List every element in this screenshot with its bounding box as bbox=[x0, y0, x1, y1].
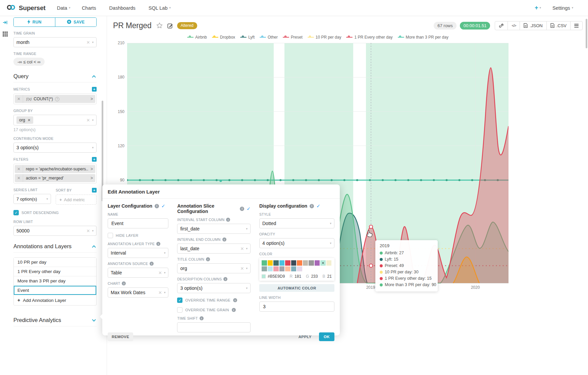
remove-filter-icon[interactable]: ✕ bbox=[15, 174, 23, 182]
expand-filter-icon[interactable]: > bbox=[88, 176, 95, 180]
sort-descending-checkbox[interactable]: ✓ bbox=[13, 210, 19, 215]
annotation-layer-item[interactable]: More than 3 PR per day bbox=[14, 276, 96, 286]
line-width-input[interactable]: 3 bbox=[259, 302, 334, 312]
time-grain-select[interactable]: month ✕ ▾ bbox=[13, 37, 97, 47]
filter-chip[interactable]: ✕ repo = 'apache/incubator-supers... > bbox=[15, 165, 95, 173]
predictive-section-header[interactable]: Predictive Analytics bbox=[13, 317, 97, 326]
query-section-header[interactable]: Query bbox=[13, 73, 97, 83]
remove-chip-icon[interactable]: ✕ bbox=[28, 118, 31, 122]
override-time-grain-checkbox[interactable] bbox=[177, 307, 182, 313]
interval-start-select[interactable]: first_date ▾ bbox=[177, 224, 251, 234]
hex-value[interactable]: #B5E9D9 bbox=[268, 274, 285, 279]
chart-menu-button[interactable] bbox=[570, 21, 582, 30]
opacity-select[interactable]: 4 option(s) ▾ bbox=[259, 238, 334, 248]
remove-metric-icon[interactable]: ✕ bbox=[15, 95, 23, 103]
color-swatch[interactable] bbox=[285, 266, 290, 272]
annotation-layer-item[interactable]: 1 PR Every other day bbox=[14, 267, 96, 276]
row-limit-select[interactable]: 50000 ✕ ▾ bbox=[13, 226, 97, 236]
legend-item[interactable]: Dropbox bbox=[212, 35, 235, 40]
style-select[interactable]: Dotted ▾ bbox=[259, 218, 334, 228]
info-icon[interactable]: i bbox=[122, 281, 126, 285]
color-swatch[interactable] bbox=[285, 260, 290, 266]
clear-icon[interactable]: ✕ bbox=[87, 228, 90, 233]
remove-filter-icon[interactable]: ✕ bbox=[15, 165, 23, 173]
color-swatch[interactable] bbox=[297, 260, 302, 266]
clear-icon[interactable]: ✕ bbox=[240, 246, 244, 251]
apply-button[interactable]: APPLY bbox=[295, 332, 316, 341]
nav-menu-item[interactable]: SQL Lab▾ bbox=[149, 5, 171, 11]
info-icon[interactable]: i bbox=[222, 237, 226, 242]
altered-badge[interactable]: Altered bbox=[177, 22, 197, 29]
share-link-button[interactable] bbox=[495, 21, 507, 30]
color-swatch[interactable] bbox=[279, 266, 285, 272]
series-limit-select[interactable]: 7 option(s) ▾ bbox=[13, 194, 51, 204]
color-swatch[interactable] bbox=[309, 260, 314, 266]
color-swatch[interactable] bbox=[268, 266, 273, 272]
filter-chip[interactable]: ✕ action = 'pr_merged' > bbox=[15, 174, 95, 182]
g-value[interactable]: 233 bbox=[311, 274, 318, 279]
nav-menu-item[interactable]: Dashboards bbox=[109, 5, 137, 11]
annotation-layer-type-select[interactable]: Interval ▾ bbox=[108, 248, 168, 258]
settings-menu[interactable]: Settings▾ bbox=[552, 5, 573, 11]
info-icon[interactable]: i bbox=[310, 204, 314, 208]
b-value[interactable]: 217 bbox=[327, 274, 332, 279]
favorite-star-icon[interactable] bbox=[156, 22, 163, 29]
clear-icon[interactable]: ✕ bbox=[240, 266, 244, 271]
legend-item[interactable]: More than 3 PR per day bbox=[398, 35, 448, 40]
nav-menu-item[interactable]: Charts bbox=[82, 5, 98, 11]
expand-metric-icon[interactable]: > bbox=[88, 97, 95, 101]
info-icon[interactable]: i bbox=[206, 257, 210, 261]
run-button[interactable]: RUN bbox=[14, 18, 55, 26]
sort-by-add-metric[interactable]: + Add metric bbox=[56, 195, 97, 205]
expand-filter-icon[interactable]: > bbox=[88, 167, 95, 171]
clear-icon[interactable]: ✕ bbox=[87, 40, 90, 45]
group-by-select[interactable]: org✕ ✕ ▾ bbox=[13, 115, 97, 125]
override-time-range-checkbox[interactable]: ✓ bbox=[177, 298, 182, 303]
superset-logo[interactable]: Superset bbox=[6, 4, 46, 12]
export-json-button[interactable]: .JSON bbox=[520, 21, 546, 30]
time-shift-input[interactable] bbox=[177, 322, 251, 332]
color-swatch[interactable] bbox=[273, 266, 279, 272]
info-icon[interactable]: i bbox=[223, 277, 227, 281]
contribution-mode-select[interactable]: 3 option(s) ▾ bbox=[13, 143, 97, 153]
clear-icon[interactable]: ✕ bbox=[158, 270, 162, 275]
clear-icon[interactable]: ✕ bbox=[158, 290, 162, 295]
color-swatch[interactable] bbox=[291, 266, 297, 272]
color-swatch[interactable] bbox=[262, 260, 267, 266]
color-swatch[interactable] bbox=[268, 260, 273, 266]
window-scrollbar[interactable] bbox=[586, 19, 587, 48]
ok-button[interactable]: OK bbox=[319, 332, 334, 341]
edit-title-icon[interactable] bbox=[167, 23, 173, 29]
clear-icon[interactable]: ✕ bbox=[87, 118, 90, 123]
info-icon[interactable]: i bbox=[155, 204, 159, 208]
collapse-datasource-icon[interactable] bbox=[3, 20, 8, 26]
info-icon[interactable]: i bbox=[232, 308, 236, 312]
annotations-section-header[interactable]: Annotations and Layers bbox=[13, 243, 97, 253]
legend-item[interactable]: Preset bbox=[283, 35, 303, 40]
color-swatch[interactable] bbox=[297, 266, 302, 272]
color-swatch[interactable] bbox=[273, 260, 279, 266]
annotation-layer-item[interactable]: 10 PR per day bbox=[14, 258, 96, 267]
remove-button[interactable]: REMOVE bbox=[108, 332, 133, 341]
new-item-button[interactable]: +▾ bbox=[535, 4, 541, 11]
color-swatch[interactable] bbox=[303, 260, 308, 266]
legend-item[interactable]: 1 PR Every other day bbox=[346, 35, 392, 40]
color-swatch[interactable] bbox=[326, 260, 332, 266]
save-button[interactable]: SAVE bbox=[55, 18, 97, 26]
legend-item[interactable]: Other bbox=[260, 35, 278, 40]
metric-chip[interactable]: ✕ ƒ(x) COUNT(*) ? > bbox=[15, 95, 95, 103]
color-swatch[interactable] bbox=[262, 266, 267, 272]
info-icon[interactable]: i bbox=[233, 298, 237, 302]
info-icon[interactable]: i bbox=[240, 207, 244, 211]
name-input[interactable]: Event bbox=[108, 218, 168, 228]
add-metric-button[interactable]: + bbox=[92, 87, 97, 92]
add-filter-button[interactable]: + bbox=[92, 157, 97, 162]
title-column-select[interactable]: org ✕ ▾ bbox=[177, 263, 251, 273]
embed-code-button[interactable]: </> bbox=[507, 21, 520, 30]
legend-item[interactable]: 10 PR per day bbox=[308, 35, 341, 40]
color-swatch[interactable] bbox=[291, 260, 297, 266]
info-icon[interactable]: i bbox=[150, 262, 154, 266]
legend-item[interactable]: Airbnb bbox=[187, 35, 207, 40]
info-icon[interactable]: i bbox=[156, 242, 160, 246]
color-swatch[interactable] bbox=[315, 260, 320, 266]
